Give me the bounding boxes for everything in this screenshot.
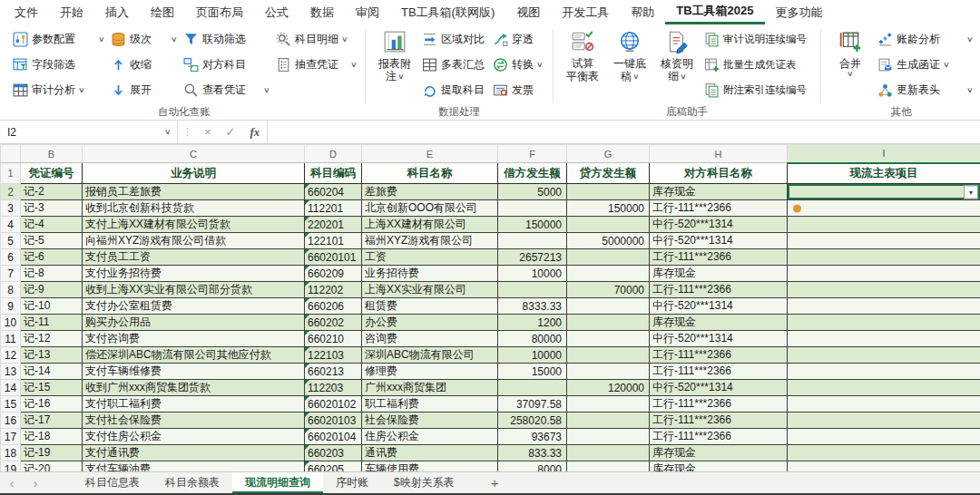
- menu-tab-页面布局[interactable]: 页面布局: [185, 0, 254, 24]
- cell-H8[interactable]: 工行-111***2366: [650, 282, 788, 298]
- table-column-header-G[interactable]: 贷方发生额: [567, 163, 650, 184]
- cell-G3[interactable]: 150000: [567, 200, 650, 217]
- table-column-header-F[interactable]: 借方发生额: [498, 163, 567, 184]
- cell-H18[interactable]: 库存现金: [650, 445, 788, 461]
- ribbon-button-试算平衡表[interactable]: 试算平衡表: [559, 26, 606, 83]
- select-all-corner[interactable]: [1, 145, 21, 163]
- column-header-C[interactable]: C: [83, 145, 305, 163]
- cell-F17[interactable]: 93673: [498, 429, 567, 445]
- table-column-header-D[interactable]: 科目编码: [305, 163, 362, 184]
- column-header-F[interactable]: F: [498, 145, 567, 163]
- cell-G11[interactable]: [567, 331, 650, 347]
- cell-I5[interactable]: [788, 233, 980, 249]
- row-header-15[interactable]: 15: [1, 396, 21, 412]
- ribbon-button-科目明细[interactable]: 科目明细∨: [272, 26, 359, 52]
- cell-C12[interactable]: 偿还深圳ABC物流有限公司其他应付款: [83, 347, 305, 364]
- row-header-4[interactable]: 4: [1, 217, 21, 233]
- row-header-17[interactable]: 17: [1, 429, 21, 445]
- cell-B15[interactable]: 记-16: [21, 396, 83, 412]
- cell-D17[interactable]: 66020104: [305, 429, 362, 445]
- cell-B6[interactable]: 记-6: [21, 249, 83, 266]
- ribbon-button-合并[interactable]: 合并∨: [827, 26, 874, 79]
- cell-I8[interactable]: [788, 282, 980, 298]
- cell-B5[interactable]: 记-5: [21, 233, 83, 249]
- table-column-header-E[interactable]: 科目名称: [362, 163, 498, 184]
- cell-E8[interactable]: 上海XX实业有限公司: [362, 282, 498, 298]
- row-header-19[interactable]: 19: [1, 461, 21, 472]
- column-header-E[interactable]: E: [362, 145, 498, 163]
- cell-H3[interactable]: 工行-111***2366: [650, 200, 788, 217]
- ribbon-button-参数配置[interactable]: 参数配置∨: [9, 26, 107, 52]
- ribbon-button-多表汇总[interactable]: 多表汇总: [418, 52, 489, 77]
- add-sheet-button[interactable]: +: [491, 472, 499, 493]
- cell-G6[interactable]: [567, 249, 650, 266]
- row-header-1[interactable]: 1: [1, 163, 21, 184]
- row-header-12[interactable]: 12: [1, 347, 21, 364]
- ribbon-button-账龄分析[interactable]: 账龄分析∨: [874, 26, 975, 52]
- cell-E2[interactable]: 差旅费: [362, 184, 498, 200]
- cell-B19[interactable]: 记-20: [21, 461, 83, 472]
- cell-F16[interactable]: 258020.58: [498, 412, 567, 429]
- ribbon-button-提取科目[interactable]: 提取科目: [418, 77, 489, 102]
- row-header-16[interactable]: 16: [1, 412, 21, 429]
- cell-E3[interactable]: 北京创新OOO有限公司: [362, 200, 498, 217]
- ribbon-button-联动筛选[interactable]: 联动筛选: [180, 26, 272, 52]
- cell-H9[interactable]: 中行-520***1314: [650, 298, 788, 315]
- row-header-14[interactable]: 14: [1, 380, 21, 396]
- chevron-down-icon[interactable]: ∨: [164, 128, 172, 136]
- cell-C10[interactable]: 购买办公用品: [83, 315, 305, 331]
- menu-tab-开始[interactable]: 开始: [49, 0, 94, 24]
- cell-D4[interactable]: 220201: [305, 217, 362, 233]
- cell-F7[interactable]: 10000: [498, 266, 567, 282]
- cell-F12[interactable]: 10000: [498, 347, 567, 364]
- cell-B8[interactable]: 记-9: [21, 282, 83, 298]
- cell-I14[interactable]: [788, 380, 980, 396]
- cell-F5[interactable]: [498, 233, 567, 249]
- cell-D9[interactable]: 660206: [305, 298, 362, 315]
- cell-F4[interactable]: 150000: [498, 217, 567, 233]
- cell-I15[interactable]: [788, 396, 980, 412]
- cell-I2[interactable]: ▼: [788, 184, 980, 200]
- sheet-tab-科目余额表[interactable]: 科目余额表: [152, 472, 232, 493]
- ribbon-button-收缩[interactable]: 收缩: [107, 52, 180, 77]
- cell-H10[interactable]: 库存现金: [650, 315, 788, 331]
- ribbon-button-级次[interactable]: 级次∨: [107, 26, 180, 52]
- ribbon-button-报表附注[interactable]: 报表附注∨: [371, 26, 418, 83]
- cell-E10[interactable]: 办公费: [362, 315, 498, 331]
- cell-B18[interactable]: 记-19: [21, 445, 83, 461]
- cell-E12[interactable]: 深圳ABC物流有限公司: [362, 347, 498, 364]
- ribbon-button-字段筛选[interactable]: 字段筛选: [9, 52, 107, 77]
- cell-C5[interactable]: 向福州XYZ游戏有限公司借款: [83, 233, 305, 249]
- cell-D6[interactable]: 66020101: [305, 249, 362, 266]
- cell-G12[interactable]: [567, 347, 650, 364]
- row-header-2[interactable]: 2: [1, 184, 21, 200]
- cell-C8[interactable]: 收到上海XX实业有限公司部分货款: [83, 282, 305, 298]
- menu-tab-文件[interactable]: 文件: [4, 0, 49, 24]
- column-header-B[interactable]: B: [21, 145, 83, 163]
- cell-F2[interactable]: 5000: [498, 184, 567, 200]
- cell-F6[interactable]: 2657213: [498, 249, 567, 266]
- cell-C13[interactable]: 支付车辆维修费: [83, 364, 305, 380]
- cell-C11[interactable]: 支付咨询费: [83, 331, 305, 347]
- cell-D18[interactable]: 660203: [305, 445, 362, 461]
- table-column-header-C[interactable]: 业务说明: [83, 163, 305, 184]
- sheet-nav-prev-icon[interactable]: ‹: [0, 472, 24, 493]
- cell-C9[interactable]: 支付办公室租赁费: [83, 298, 305, 315]
- cell-D10[interactable]: 660202: [305, 315, 362, 331]
- cell-F11[interactable]: 80000: [498, 331, 567, 347]
- cell-H17[interactable]: 工行-111***2366: [650, 429, 788, 445]
- cell-I4[interactable]: [788, 217, 980, 233]
- cell-F14[interactable]: [498, 380, 567, 396]
- cell-F19[interactable]: 8000: [498, 461, 567, 472]
- cell-D2[interactable]: 660204: [305, 184, 362, 200]
- name-box[interactable]: I2 ∨: [0, 121, 178, 143]
- cell-C18[interactable]: 支付通讯费: [83, 445, 305, 461]
- cell-D12[interactable]: 122103: [305, 347, 362, 364]
- ribbon-button-对方科目[interactable]: 对方科目: [180, 52, 272, 77]
- cell-I16[interactable]: [788, 412, 980, 429]
- cell-G19[interactable]: [567, 461, 650, 472]
- table-column-header-B[interactable]: 凭证编号: [21, 163, 83, 184]
- cell-E13[interactable]: 修理费: [362, 364, 498, 380]
- cell-H11[interactable]: 中行-520***1314: [650, 331, 788, 347]
- cell-H6[interactable]: 工行-111***2366: [650, 249, 788, 266]
